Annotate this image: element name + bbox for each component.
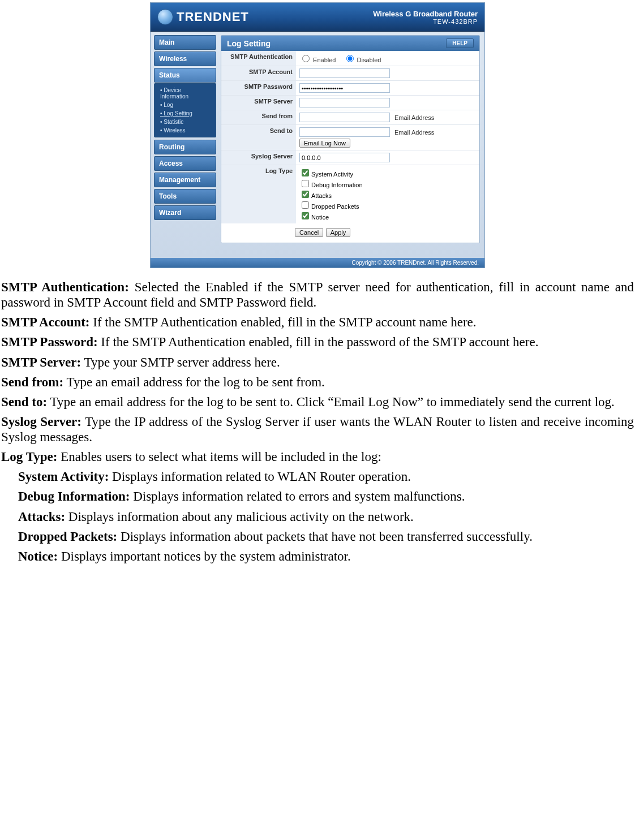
chk-notice-label[interactable]: Notice <box>299 214 329 221</box>
status-submenu: • Device Information • Log • Log Setting… <box>154 83 216 137</box>
router-footer: Copyright © 2006 TRENDnet. All Rights Re… <box>151 258 484 268</box>
label-smtp-server: SMTP Server <box>221 96 296 110</box>
hint-to: Email Address <box>394 129 434 136</box>
s2-label: Debug Information: <box>18 489 130 503</box>
subnav-log-setting[interactable]: • Log Setting <box>158 109 212 118</box>
documentation-text: SMTP Authentication: Selected the Enable… <box>0 279 635 564</box>
chk-notice[interactable] <box>302 212 309 219</box>
label-smtp-password: SMTP Password <box>221 81 296 96</box>
p5-label: Send from: <box>1 375 63 389</box>
nav-main[interactable]: Main <box>154 35 216 50</box>
p4-label: SMTP Server: <box>1 355 81 369</box>
p6-text: Type an email address for the log to be … <box>47 395 615 409</box>
brand-text: TRENDNET <box>177 10 249 24</box>
router-header: TRENDNET Wireless G Broadband Router TEW… <box>151 3 484 32</box>
chk-attacks[interactable] <box>302 191 309 198</box>
radio-disabled-label[interactable]: Disabled <box>344 57 381 63</box>
chk-system[interactable] <box>302 169 309 176</box>
email-log-now-button[interactable]: Email Log Now <box>299 139 350 148</box>
chk-debug-label[interactable]: Debug Information <box>299 182 363 188</box>
p7-label: Syslog Server: <box>1 415 81 429</box>
chk-dropped[interactable] <box>302 201 309 209</box>
p2-label: SMTP Account: <box>1 315 90 329</box>
label-send-from: Send from <box>221 110 296 125</box>
sidebar: Main Wireless Status • Device Informatio… <box>151 32 218 258</box>
chk-attacks-label[interactable]: Attacks <box>299 192 332 199</box>
s1-label: System Activity: <box>18 469 109 484</box>
subnav-statistic[interactable]: • Statistic <box>158 118 212 126</box>
send-to-input[interactable] <box>299 127 390 137</box>
radio-enabled[interactable] <box>302 55 310 62</box>
subnav-wireless[interactable]: • Wireless <box>158 126 212 135</box>
label-syslog-server: Syslog Server <box>221 150 296 165</box>
cancel-button[interactable]: Cancel <box>295 228 323 237</box>
nav-wireless[interactable]: Wireless <box>154 51 216 66</box>
help-button[interactable]: HELP <box>446 38 474 48</box>
smtp-password-input[interactable] <box>299 83 390 93</box>
subnav-log[interactable]: • Log <box>158 101 212 109</box>
label-smtp-auth: SMTP Authentication <box>221 51 296 66</box>
s5-text: Displays important notices by the system… <box>58 549 350 563</box>
nav-routing[interactable]: Routing <box>154 140 216 154</box>
s4-label: Dropped Packets: <box>18 529 117 544</box>
s4-text: Displays information about packets that … <box>117 529 533 544</box>
globe-icon <box>157 9 173 25</box>
p7-text: Type the IP address of the Syslog Server… <box>1 415 634 444</box>
p8-text: Enables users to select what items will … <box>57 450 381 464</box>
p4-text: Type your SMTP server address here. <box>81 355 280 369</box>
subnav-device-info[interactable]: • Device Information <box>158 86 212 101</box>
device-title: Wireless G Broadband Router TEW-432BRP <box>373 10 478 25</box>
p5-text: Type an email address for the log to be … <box>63 375 325 389</box>
s2-text: Displays information related to errors a… <box>130 489 465 503</box>
s1-text: Displays information related to WLAN Rou… <box>109 469 411 484</box>
nav-access[interactable]: Access <box>154 156 216 171</box>
label-smtp-account: SMTP Account <box>221 66 296 81</box>
router-admin-window: TRENDNET Wireless G Broadband Router TEW… <box>150 2 485 268</box>
label-send-to: Send to <box>221 125 296 150</box>
chk-dropped-label[interactable]: Dropped Packets <box>299 203 359 210</box>
panel-title: Log Setting <box>227 39 271 48</box>
smtp-account-input[interactable] <box>299 68 390 78</box>
p3-text: If the SMTP Authentication enabled, fill… <box>98 335 539 349</box>
brand: TRENDNET <box>157 9 249 25</box>
s3-text: Displays information about any malicious… <box>65 510 414 524</box>
p8-label: Log Type: <box>1 450 57 464</box>
device-name: Wireless G Broadband Router <box>373 10 478 18</box>
hint-from: Email Address <box>394 114 434 121</box>
nav-tools[interactable]: Tools <box>154 189 216 204</box>
chk-debug[interactable] <box>302 180 309 187</box>
nav-wizard[interactable]: Wizard <box>154 205 216 220</box>
p6-label: Send to: <box>1 395 47 409</box>
p2-text: If the SMTP Authentication enabled, fill… <box>90 315 477 329</box>
smtp-server-input[interactable] <box>299 98 390 107</box>
p3-label: SMTP Password: <box>1 335 98 349</box>
nav-management[interactable]: Management <box>154 173 216 187</box>
chk-system-label[interactable]: System Activity <box>299 171 353 178</box>
syslog-server-input[interactable] <box>299 153 390 162</box>
nav-status[interactable]: Status <box>154 68 216 83</box>
p1-label: SMTP Authentication: <box>1 280 129 294</box>
device-model: TEW-432BRP <box>373 18 478 25</box>
apply-button[interactable]: Apply <box>326 228 351 237</box>
s3-label: Attacks: <box>18 510 65 524</box>
radio-enabled-label[interactable]: Enabled <box>299 57 336 63</box>
send-from-input[interactable] <box>299 113 390 122</box>
radio-disabled[interactable] <box>346 55 354 62</box>
main-panel: Log Setting HELP SMTP Authentication Ena… <box>218 32 484 258</box>
s5-label: Notice: <box>18 549 58 563</box>
label-log-type: Log Type <box>221 165 296 224</box>
